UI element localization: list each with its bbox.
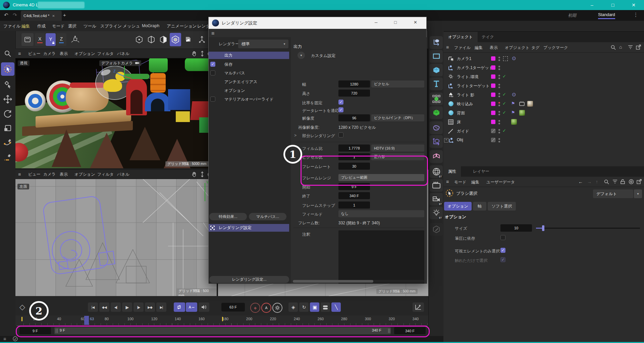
object-mode-icon[interactable] [182,33,193,46]
nav-antialiasing[interactable]: アンチエイリアス [209,78,289,85]
am-back-icon[interactable]: ← [578,179,583,184]
save-checkbox[interactable]: ✓ [210,62,215,67]
visible-only-checkbox[interactable]: ✓ [500,248,505,253]
group-tab-options[interactable]: オプション [444,202,472,211]
nav-multipass[interactable]: マルチパス [209,69,289,77]
keyframe-diamond-icon[interactable]: ◇ [19,303,25,311]
object-row[interactable]: ST ライト 影 ✓ ⊙ [443,91,644,99]
visibility-dots[interactable] [498,83,500,89]
am-menu-mode[interactable]: モード [454,179,467,185]
nav-output[interactable]: 出力 [209,52,289,59]
playhead[interactable] [84,316,89,325]
next-key-button[interactable]: ▶◆ [145,302,155,312]
resolution-unit[interactable]: ピクセル/インチ（DPI） [371,114,424,121]
subdivision-surface-icon[interactable] [430,93,443,105]
viewport-perspective[interactable]: ≡ ビュー カメラ 表示 オプション フィルタ パネル [15,49,217,168]
width-field[interactable]: 1280 [338,80,370,88]
target-tag-icon[interactable]: ⊙ [512,55,516,61]
visibility-dots[interactable] [498,56,500,62]
om-home-icon[interactable]: ⌂ [619,44,622,50]
key-rotation-toggle[interactable]: ↻ [299,302,309,312]
enabled-check-icon[interactable]: ✓ [502,74,506,79]
visibility-dots[interactable] [498,92,500,98]
layer-color-chip[interactable] [491,120,495,124]
layout-menu-dots-icon[interactable]: ⋮ [633,12,638,18]
pan-hand-icon[interactable] [191,171,197,177]
text-object-icon[interactable] [430,77,443,90]
move-tool-icon[interactable] [1,93,14,106]
annotation-textarea[interactable] [338,230,424,284]
rotate-tool-icon[interactable] [1,107,14,120]
document-tab[interactable]: C4dLTest.c4d * ✕ [21,11,62,21]
loop-playback-button[interactable] [174,302,185,312]
maximize-button[interactable]: □ [605,0,621,10]
viewport-left-ortho[interactable]: ≡ ビュー カメラ 表示 オプション フィルタ パネル [15,170,217,296]
expand-plus-icon[interactable]: + [444,138,448,142]
viewport2-hamburger-icon[interactable]: ≡ [18,172,21,177]
height-field[interactable]: 720 [338,90,370,97]
layer-color-chip[interactable] [491,83,495,88]
frame-step-field[interactable]: 1 [338,202,370,209]
viewport2-menu-panel[interactable]: パネル [117,172,129,177]
am-focus-icon[interactable] [629,179,634,184]
workplane-icon[interactable] [21,33,34,46]
tab-objects[interactable]: オブジェクト [443,32,478,42]
partial-render-checkbox[interactable] [338,132,343,137]
render-settings-item[interactable]: レンダリング設定 [209,224,289,232]
marker-yellow[interactable] [222,317,223,321]
layer-color-chip[interactable] [491,111,495,115]
adapt-data-checkbox[interactable]: ✓ [338,107,343,112]
viewport2-menu-filter[interactable]: フィルタ [97,172,114,177]
axis-y-button[interactable]: Y [46,33,56,46]
render-tag-icon[interactable] [519,101,525,106]
close-button[interactable]: ✕ [626,0,641,10]
sound-button[interactable] [199,302,209,312]
key-parameter-toggle[interactable]: ╲ [331,302,341,312]
object-row[interactable]: + Obj [443,136,644,145]
key-position-toggle[interactable]: ◈ [288,302,298,312]
visibility-dots[interactable] [498,110,500,116]
keyframe-settings-gear-icon[interactable] [272,303,282,313]
prev-frame-button[interactable]: ◀| [111,302,121,312]
background-object-icon[interactable] [430,179,443,192]
null-object-icon[interactable] [430,36,443,49]
object-row[interactable]: ST カメラ1 ⊙ [443,54,644,63]
dialog-maximize-icon[interactable]: □ [394,20,397,25]
dolly-icon[interactable] [199,51,205,57]
scale-tool-icon[interactable] [1,121,14,134]
am-menu-edit[interactable]: 編集 [471,179,479,185]
size-slider-track[interactable] [536,228,640,229]
points-mode-icon[interactable] [133,33,145,46]
layer-color-chip[interactable] [491,102,495,106]
polygons-mode-icon[interactable] [158,33,169,46]
volume-object-icon[interactable] [430,121,443,134]
composition-brackets-icon[interactable] [503,56,508,61]
preset-label[interactable]: カスタム設定 [311,53,335,59]
menu-create[interactable]: 作成 [37,23,46,29]
preset-dropdown-arrow[interactable]: ▼ [634,189,642,198]
group-tab-axis[interactable]: 軸 [473,202,486,211]
layout-preset-standard[interactable]: Standard [598,12,615,19]
size-slider-handle[interactable] [542,225,544,231]
am-hamburger-icon[interactable]: ≡ [446,179,449,184]
play-mode-button[interactable]: A▪▪▪ [186,302,197,312]
layer-color-chip-disabled[interactable] [491,138,495,142]
enabled-check-icon[interactable]: ✓ [502,110,506,115]
am-popout-icon[interactable] [637,179,642,184]
viewport1-hamburger-icon[interactable]: ≡ [18,51,21,56]
status-hamburger-icon[interactable]: ≡ [3,336,6,342]
object-row[interactable]: ライトターゲット [443,81,644,90]
effects-button[interactable]: 特殊効果... [209,213,247,220]
target-tag-icon[interactable]: ⊙ [512,92,516,98]
end-field[interactable]: 340 F [338,192,370,199]
record-keyframe-button[interactable]: ◆ [250,303,260,313]
menu-mograph[interactable]: MoGraph [142,23,159,28]
spline-pen-tool-icon[interactable] [1,136,14,149]
nav-options[interactable]: オプション [209,87,289,94]
marker-yellow[interactable] [21,317,22,321]
undo-icon[interactable]: ↶ [4,12,8,18]
camera-object-icon[interactable]: ST [430,193,443,206]
dolly-icon[interactable] [199,171,205,177]
render-settings-button[interactable]: レンダリング設定... [209,276,289,283]
menu-select[interactable]: 選択 [68,23,76,29]
